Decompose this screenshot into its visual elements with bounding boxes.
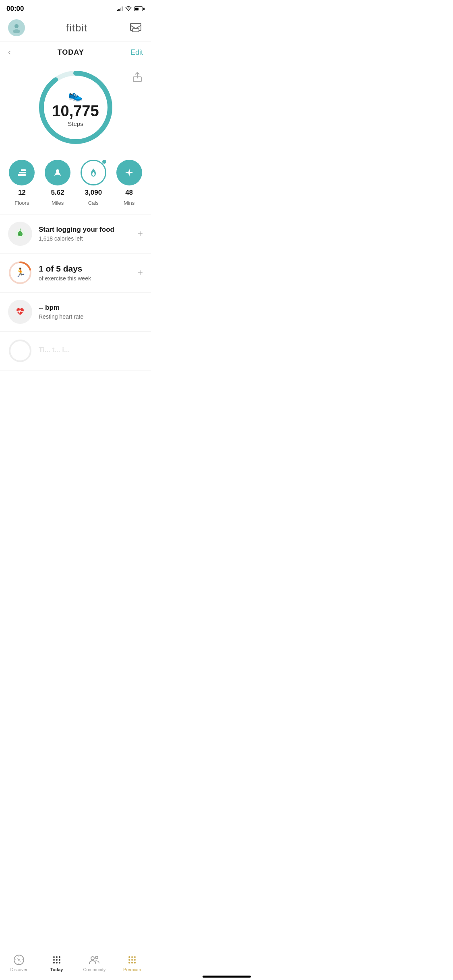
battery-icon — [134, 6, 145, 11]
heart-rate-title: -- bpm — [39, 304, 143, 312]
exercise-add-button[interactable]: + — [137, 267, 143, 278]
share-button[interactable] — [132, 71, 143, 84]
signal-icon — [117, 6, 123, 11]
food-title: Start logging your food — [39, 226, 131, 234]
date-nav: ‹ TODAY Edit — [0, 41, 151, 63]
miles-value: 5.62 — [51, 189, 64, 197]
food-item[interactable]: Start logging your food 1,618 calories l… — [0, 214, 151, 253]
cals-stat[interactable]: 3,090 Cals — [81, 160, 106, 206]
svg-point-12 — [19, 234, 20, 235]
exercise-run-icon: 🏃 — [15, 268, 26, 278]
partial-item: Ti... t... i... — [0, 331, 151, 371]
svg-rect-7 — [18, 174, 26, 176]
miles-unit: Miles — [52, 200, 64, 206]
svg-point-16 — [10, 340, 31, 361]
floors-unit: Floors — [14, 200, 29, 206]
svg-rect-3 — [132, 29, 139, 32]
steps-label: Steps — [52, 120, 99, 127]
partial-ring — [8, 339, 32, 363]
partial-title: Ti... t... i... — [39, 346, 143, 354]
svg-rect-9 — [21, 169, 26, 171]
steps-display: 👟 10,775 Steps — [52, 88, 99, 127]
profile-avatar[interactable] — [8, 19, 25, 36]
steps-section: 👟 10,775 Steps — [0, 63, 151, 156]
status-time: 00:00 — [6, 5, 24, 13]
activity-list: Start logging your food 1,618 calories l… — [0, 214, 151, 403]
svg-rect-8 — [19, 172, 26, 173]
exercise-subtitle: of exercise this week — [39, 275, 131, 282]
status-bar: 00:00 — [0, 0, 151, 16]
svg-point-0 — [14, 24, 19, 28]
stats-row: 12 Floors 5.62 Miles 3,090 Cals — [0, 156, 151, 214]
steps-ring[interactable]: 👟 10,775 Steps — [35, 67, 116, 148]
exercise-ring: 🏃 — [8, 261, 32, 285]
exercise-title: 1 of 5 days — [39, 264, 131, 274]
app-header: fitbit — [0, 16, 151, 41]
mins-icon — [116, 160, 142, 185]
heart-rate-item[interactable]: -- bpm Resting heart rate — [0, 292, 151, 331]
heart-rate-content: -- bpm Resting heart rate — [39, 304, 143, 320]
back-button[interactable]: ‹ — [8, 47, 11, 58]
food-content: Start logging your food 1,618 calories l… — [39, 226, 131, 242]
cals-value: 3,090 — [85, 189, 102, 197]
miles-stat[interactable]: 5.62 Miles — [45, 160, 70, 206]
svg-point-1 — [13, 29, 20, 33]
mins-unit: Mins — [124, 200, 134, 206]
heart-rate-icon — [8, 300, 32, 324]
miles-icon — [45, 160, 70, 185]
food-subtitle: 1,618 calories left — [39, 235, 131, 242]
edit-button[interactable]: Edit — [130, 48, 143, 57]
wifi-icon — [125, 5, 132, 12]
exercise-content: 1 of 5 days of exercise this week — [39, 264, 131, 282]
heart-rate-subtitle: Resting heart rate — [39, 313, 143, 320]
floors-value: 12 — [18, 189, 26, 197]
status-icons — [117, 5, 145, 12]
food-icon — [8, 222, 32, 246]
shoe-icon: 👟 — [52, 88, 99, 102]
inbox-button[interactable] — [128, 21, 143, 35]
cals-unit: Cals — [88, 200, 99, 206]
mins-value: 48 — [125, 189, 133, 197]
food-add-button[interactable]: + — [137, 228, 143, 239]
cals-icon — [81, 160, 106, 185]
steps-count: 10,775 — [52, 103, 99, 119]
floors-icon — [9, 160, 35, 185]
date-title: TODAY — [58, 48, 84, 57]
mins-stat[interactable]: 48 Mins — [116, 160, 142, 206]
exercise-item[interactable]: 🏃 1 of 5 days of exercise this week + — [0, 253, 151, 292]
floors-stat[interactable]: 12 Floors — [9, 160, 35, 206]
app-title: fitbit — [66, 22, 88, 34]
